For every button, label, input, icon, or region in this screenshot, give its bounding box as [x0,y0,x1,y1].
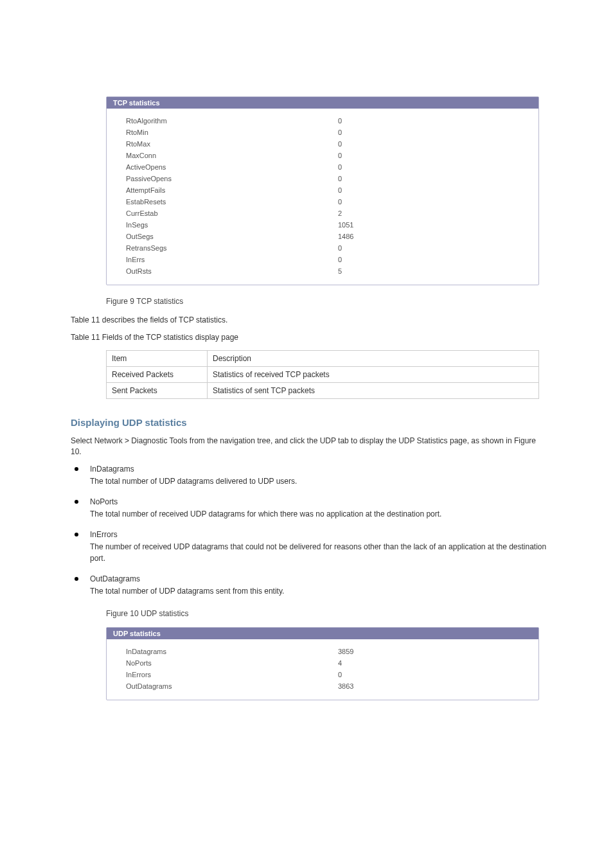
udp-panel-body: InDatagrams3859 NoPorts4 InErrors0 OutDa… [107,639,538,700]
figure-10-caption: Figure 10 UDP statistics [106,609,549,618]
bullet-desc: The total number of received UDP datagra… [90,509,549,520]
stat-value: 3859 [338,646,353,657]
stat-value: 0 [338,254,342,265]
stat-label: InErrs [126,254,338,265]
table-cell: Sent Packets [107,382,208,398]
bullet-icon [75,500,78,504]
table-row: Item Description [107,350,539,366]
stat-label: MaxConn [126,150,338,161]
stat-value: 0 [338,127,342,138]
stat-value: 1051 [338,219,353,231]
bullet-head: OutDatagrams [90,574,549,583]
bullet-head: InErrors [90,530,549,539]
stat-value: 4 [338,657,342,669]
table-row: AttemptFails0 [126,184,526,196]
bullet-icon [75,577,78,581]
stat-value: 0 [338,669,342,680]
table-cell: Statistics of sent TCP packets [208,382,539,398]
bullet-head: NoPorts [90,497,549,506]
stat-label: ActiveOpens [126,161,338,173]
stat-value: 2 [338,208,342,219]
stat-value: 0 [338,150,342,161]
list-item: InDatagrams The total number of UDP data… [71,465,549,487]
tcp-fields-table: Item Description Received Packets Statis… [106,350,539,399]
stat-value: 0 [338,173,342,184]
bullet-desc: The total number of UDP datagrams sent f… [90,586,549,597]
stat-value: 3863 [338,680,353,692]
tcp-table-title: Table 11 Fields of the TCP statistics di… [71,332,549,343]
table-row: InErrs0 [126,254,526,265]
udp-stats-panel: UDP statistics InDatagrams3859 NoPorts4 … [106,627,539,700]
stat-label: RtoAlgorithm [126,115,338,127]
stat-value: 0 [338,242,342,254]
table-cell: Received Packets [107,366,208,382]
stat-label: RtoMax [126,138,338,150]
stat-label: OutSegs [126,231,338,242]
tcp-stats-panel: TCP statistics RtoAlgorithm0 RtoMin0 Rto… [106,96,539,285]
table-row: RtoAlgorithm0 [126,115,526,127]
udp-panel-title: UDP statistics [107,628,538,639]
stat-label: InDatagrams [126,646,338,657]
table-header-desc: Description [208,350,539,366]
table-row: InDatagrams3859 [126,646,526,657]
table-row: OutDatagrams3863 [126,680,526,692]
stat-label: OutDatagrams [126,680,338,692]
table-row: MaxConn0 [126,150,526,161]
stat-value: 1486 [338,231,353,242]
stat-value: 0 [338,115,342,127]
udp-intro: Select Network > Diagnostic Tools from t… [71,436,549,458]
table-row: PassiveOpens0 [126,173,526,184]
table-row: OutRsts5 [126,265,526,277]
table-row: RtoMin0 [126,127,526,138]
table-cell: Statistics of received TCP packets [208,366,539,382]
stat-value: 0 [338,138,342,150]
bullet-icon [75,467,78,471]
bullet-desc: The number of received UDP datagrams tha… [90,542,549,564]
stat-label: RtoMin [126,127,338,138]
stat-label: PassiveOpens [126,173,338,184]
stat-label: OutRsts [126,265,338,277]
tcp-panel-title: TCP statistics [107,97,538,109]
table-header-item: Item [107,350,208,366]
table-row: InErrors0 [126,669,526,680]
stat-value: 0 [338,161,342,173]
stat-label: InErrors [126,669,338,680]
table-row: OutSegs1486 [126,231,526,242]
list-item: NoPorts The total number of received UDP… [71,497,549,520]
bullet-head: InDatagrams [90,465,549,474]
table-row: InSegs1051 [126,219,526,231]
table-row: Sent Packets Statistics of sent TCP pack… [107,382,539,398]
table-row: RtoMax0 [126,138,526,150]
table-row: NoPorts4 [126,657,526,669]
stat-label: NoPorts [126,657,338,669]
stat-label: AttemptFails [126,184,338,196]
bullet-desc: The total number of UDP datagrams delive… [90,476,549,487]
stat-label: InSegs [126,219,338,231]
tcp-panel-body: RtoAlgorithm0 RtoMin0 RtoMax0 MaxConn0 A… [107,109,538,285]
stat-value: 5 [338,265,342,277]
list-item: InErrors The number of received UDP data… [71,530,549,564]
table-row: ActiveOpens0 [126,161,526,173]
figure-9-caption: Figure 9 TCP statistics [106,297,549,306]
udp-bullet-list: InDatagrams The total number of UDP data… [71,465,549,598]
stat-value: 0 [338,196,342,208]
table-row: EstabResets0 [126,196,526,208]
tcp-table-caption: Table 11 describes the fields of TCP sta… [71,315,549,326]
table-row: Received Packets Statistics of received … [107,366,539,382]
table-row: RetransSegs0 [126,242,526,254]
table-row: CurrEstab2 [126,208,526,219]
stat-value: 0 [338,184,342,196]
list-item: OutDatagrams The total number of UDP dat… [71,574,549,597]
bullet-icon [75,533,78,536]
stat-label: EstabResets [126,196,338,208]
stat-label: CurrEstab [126,208,338,219]
stat-label: RetransSegs [126,242,338,254]
udp-heading: Displaying UDP statistics [71,417,549,428]
